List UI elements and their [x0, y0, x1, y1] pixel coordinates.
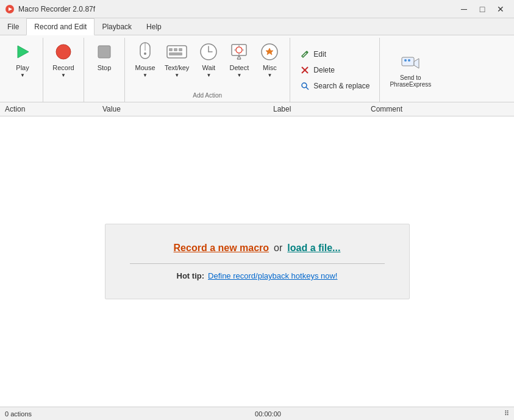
record-arrow: ▼: [61, 73, 66, 78]
close-button[interactable]: ✕: [492, 2, 509, 16]
phrase-express-button[interactable]: Send to PhraseExpress: [380, 38, 441, 102]
center-card: Record a new macro or load a file... Hot…: [105, 224, 410, 299]
textkey-button[interactable]: Text/key ▼: [160, 38, 193, 90]
svg-point-32: [408, 59, 410, 62]
timer: 00:00:00: [255, 410, 281, 418]
mouse-arrow: ▼: [143, 73, 148, 78]
record-label: Record: [52, 64, 74, 71]
stop-button[interactable]: Stop: [89, 38, 120, 73]
minimize-button[interactable]: ─: [455, 2, 473, 16]
tip-label: Hot tip:: [177, 271, 204, 280]
svg-rect-12: [169, 52, 182, 55]
play-button[interactable]: Play ▼: [7, 38, 38, 80]
play-label: Play: [16, 64, 29, 71]
svg-rect-4: [98, 46, 110, 58]
edit-action-delete[interactable]: Delete: [298, 64, 372, 76]
col-label: Label: [273, 105, 371, 113]
search-replace-label: Search & replace: [313, 82, 369, 90]
play-icon: [12, 41, 34, 63]
add-action-label: Add Action: [193, 92, 222, 99]
textkey-label: Text/key: [165, 64, 189, 71]
tip-link[interactable]: Define record/playback hotkeys now!: [208, 271, 337, 280]
misc-arrow: ▼: [267, 73, 272, 78]
wait-arrow: ▼: [206, 73, 211, 78]
col-action: Action: [5, 105, 102, 113]
svg-point-3: [56, 44, 71, 59]
actions-count: 0 actions: [5, 410, 32, 418]
textkey-icon: [166, 41, 188, 63]
phrase-express-label: Send to PhraseExpress: [390, 74, 431, 88]
detect-icon: [228, 41, 250, 63]
edit-group: Edit Delete Search & replace: [290, 38, 380, 102]
delete-icon: [300, 65, 310, 75]
status-icon: ⠿: [504, 410, 509, 418]
menu-bar: File Record and Edit Playback Help: [0, 18, 514, 35]
mouse-label: Mouse: [135, 64, 155, 71]
svg-rect-8: [167, 46, 187, 58]
svg-rect-9: [169, 48, 173, 51]
app-icon: [5, 4, 15, 14]
or-text: or: [274, 243, 282, 254]
search-icon: [300, 81, 310, 91]
svg-line-29: [306, 87, 309, 90]
svg-point-7: [144, 52, 146, 55]
menu-item-playback[interactable]: Playback: [95, 18, 139, 35]
menu-item-file[interactable]: File: [0, 18, 26, 35]
svg-marker-2: [18, 46, 29, 58]
svg-line-23: [239, 55, 241, 59]
record-new-macro-link[interactable]: Record a new macro: [174, 243, 269, 254]
record-icon: [52, 41, 74, 63]
toolbar: Play ▼ Record ▼ Stop: [0, 35, 514, 102]
table-body: Record a new macro or load a file... Hot…: [0, 116, 514, 407]
pencil-icon: [300, 49, 310, 59]
card-main-line: Record a new macro or load a file...: [130, 243, 385, 254]
misc-label: Misc: [263, 64, 277, 71]
menu-item-record-and-edit[interactable]: Record and Edit: [26, 18, 95, 35]
misc-icon: [259, 41, 280, 63]
svg-rect-30: [402, 57, 414, 66]
mouse-button[interactable]: Mouse ▼: [130, 38, 160, 90]
edit-label: Edit: [313, 50, 326, 59]
title-bar-title: Macro Recorder 2.0.87f: [18, 5, 95, 13]
title-bar-controls: ─ □ ✕: [455, 2, 509, 16]
svg-rect-11: [179, 48, 182, 51]
wait-label: Wait: [202, 64, 216, 71]
misc-button[interactable]: Misc ▼: [254, 38, 285, 90]
phrase-express-icon: [399, 52, 421, 74]
delete-label: Delete: [313, 66, 335, 74]
detect-label: Detect: [229, 64, 249, 71]
svg-line-22: [237, 55, 239, 59]
menu-item-help[interactable]: Help: [139, 18, 169, 35]
wait-button[interactable]: Wait ▼: [193, 38, 224, 90]
mouse-icon: [134, 41, 156, 63]
detect-button[interactable]: Detect ▼: [224, 38, 254, 90]
record-button[interactable]: Record ▼: [48, 38, 79, 80]
title-bar-left: Macro Recorder 2.0.87f: [5, 4, 95, 14]
card-tip: Hot tip: Define record/playback hotkeys …: [130, 271, 385, 280]
col-comment: Comment: [371, 105, 509, 113]
svg-point-31: [404, 59, 407, 62]
toolbar-group-add-action: Mouse ▼ Text/key ▼: [125, 38, 290, 102]
stop-icon: [93, 41, 115, 63]
svg-point-28: [302, 83, 307, 88]
toolbar-group-record: Record ▼: [43, 38, 84, 102]
stop-label: Stop: [98, 64, 112, 71]
svg-rect-10: [174, 48, 177, 51]
play-arrow: ▼: [20, 73, 25, 78]
table-header: Action Value Label Comment: [0, 102, 514, 116]
col-value: Value: [102, 105, 273, 113]
status-bar: 0 actions 00:00:00 ⠿: [0, 407, 514, 420]
card-divider: [130, 263, 385, 264]
edit-action-search-replace[interactable]: Search & replace: [298, 80, 372, 92]
wait-icon: [198, 41, 220, 63]
load-file-link[interactable]: load a file...: [287, 243, 340, 254]
detect-arrow: ▼: [237, 73, 241, 78]
toolbar-group-stop: Stop: [84, 38, 125, 102]
table-area: Action Value Label Comment Record a new …: [0, 102, 514, 407]
maximize-button[interactable]: □: [474, 2, 491, 16]
edit-action-edit[interactable]: Edit: [298, 48, 372, 60]
textkey-arrow: ▼: [174, 73, 179, 78]
toolbar-group-play: Play ▼: [2, 38, 43, 102]
title-bar: Macro Recorder 2.0.87f ─ □ ✕: [0, 0, 514, 18]
